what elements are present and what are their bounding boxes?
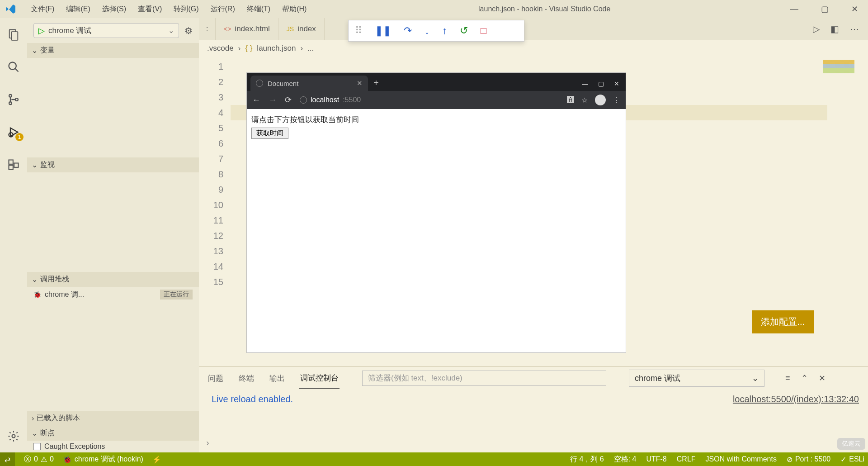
- maximize-icon[interactable]: ▢: [598, 80, 604, 87]
- section-header-callstack[interactable]: ⌄调用堆栈: [27, 272, 199, 287]
- more-icon[interactable]: ⋯: [850, 24, 859, 34]
- tab-terminal[interactable]: 终端: [238, 369, 255, 388]
- star-icon[interactable]: ☆: [581, 96, 588, 105]
- debug-console-body[interactable]: Live reload enabled. localhost:5500/(ind…: [199, 390, 868, 452]
- restart-icon[interactable]: ↺: [460, 25, 468, 37]
- filter-input[interactable]: [362, 371, 606, 386]
- menu-view[interactable]: 查看(V): [132, 3, 167, 16]
- search-icon[interactable]: [6, 60, 21, 74]
- sb-lightning[interactable]: ⚡: [152, 455, 161, 464]
- close-icon[interactable]: ✕: [847, 4, 863, 14]
- tab-hidden[interactable]: :: [199, 18, 216, 40]
- step-over-icon[interactable]: ↷: [404, 25, 412, 37]
- drag-handle-icon[interactable]: ⠿: [355, 25, 362, 37]
- address-bar[interactable]: localhost:5500: [300, 96, 559, 104]
- split-editor-icon[interactable]: ◧: [830, 24, 839, 34]
- start-debug-icon[interactable]: ▷: [38, 26, 45, 36]
- menu-icon[interactable]: ⋮: [613, 96, 620, 105]
- sb-errors[interactable]: ⓧ0⚠0: [24, 455, 54, 464]
- line-number: 6: [199, 136, 223, 151]
- port-label: Port : 5500: [795, 455, 830, 463]
- chrome-tab[interactable]: Document ✕: [250, 76, 368, 91]
- gear-icon[interactable]: ⚙: [184, 25, 193, 36]
- menu-run[interactable]: 运行(R): [205, 3, 241, 16]
- tab-index-js[interactable]: JSindex: [278, 18, 325, 40]
- section-header-variables[interactable]: ⌄变量: [27, 43, 199, 58]
- menu-select[interactable]: 选择(S): [97, 3, 132, 16]
- debug-config-select[interactable]: ▷ chrome 调试 ⌄: [33, 23, 179, 38]
- minimize-icon[interactable]: —: [786, 4, 803, 14]
- sb-debug-target[interactable]: 🐞chrome 调试 (hookin): [63, 455, 143, 464]
- tab-debug-console[interactable]: 调试控制台: [299, 368, 340, 389]
- get-time-button[interactable]: 获取时间: [251, 128, 288, 139]
- pause-icon[interactable]: ❚❚: [375, 25, 391, 37]
- close-panel-icon[interactable]: ✕: [819, 373, 826, 383]
- minimap[interactable]: [823, 60, 854, 73]
- add-configuration-button[interactable]: 添加配置...: [752, 310, 814, 333]
- line-number: 3: [199, 90, 223, 105]
- session-select[interactable]: chrome 调试 ⌄: [629, 370, 764, 387]
- section-header-breakpoints[interactable]: ⌄断点: [27, 426, 199, 441]
- collapse-icon[interactable]: ⌃: [801, 373, 808, 383]
- sb-eslint[interactable]: ✓ESLi: [840, 455, 864, 464]
- back-icon[interactable]: ←: [252, 95, 260, 105]
- breadcrumb[interactable]: .vscode › { } launch.json › ...: [199, 40, 868, 57]
- breakpoints-body: Caught Exceptions: [27, 441, 199, 452]
- minimize-icon[interactable]: —: [582, 80, 588, 87]
- line-number: 8: [199, 166, 223, 182]
- chevron-down-icon[interactable]: ⌄: [168, 26, 174, 35]
- sb-port[interactable]: ⊘Port : 5500: [787, 455, 830, 464]
- remote-indicator[interactable]: ⇄: [0, 452, 15, 466]
- menu-help[interactable]: 帮助(H): [277, 3, 312, 16]
- site-info-icon[interactable]: [300, 96, 307, 104]
- close-icon[interactable]: ✕: [614, 80, 619, 87]
- chrome-window[interactable]: Document ✕ + — ▢ ✕ ← → ⟳ localhost:5500 …: [246, 72, 626, 353]
- source-control-icon[interactable]: [6, 92, 21, 107]
- error-icon: ⓧ: [24, 455, 31, 464]
- menu-edit[interactable]: 编辑(E): [61, 3, 95, 16]
- close-tab-icon[interactable]: ✕: [357, 79, 363, 87]
- section-header-loaded-scripts[interactable]: ›已载入的脚本: [27, 411, 199, 426]
- breadcrumb-folder[interactable]: .vscode: [207, 44, 234, 53]
- breadcrumb-rest[interactable]: ...: [307, 44, 314, 53]
- settings-gear-icon[interactable]: [6, 429, 21, 443]
- step-into-icon[interactable]: ↓: [425, 25, 429, 37]
- sb-indent[interactable]: 空格: 4: [614, 455, 637, 464]
- menu-file[interactable]: 文件(F): [25, 3, 60, 16]
- forward-icon[interactable]: →: [269, 95, 277, 105]
- reload-icon[interactable]: ⟳: [285, 95, 292, 105]
- maximize-icon[interactable]: ▢: [816, 4, 833, 14]
- bug-icon: 🐞: [63, 455, 72, 464]
- tab-label: index.html: [235, 24, 269, 33]
- profile-avatar-icon[interactable]: [595, 95, 606, 105]
- callstack-item-label: chrome 调...: [45, 290, 84, 300]
- sb-language[interactable]: JSON with Comments: [706, 455, 777, 463]
- translate-icon[interactable]: 🅰: [567, 96, 574, 104]
- extensions-icon[interactable]: [6, 157, 21, 172]
- new-tab-icon[interactable]: +: [373, 78, 379, 91]
- console-source[interactable]: localhost:5500/(index):13:32:40: [733, 394, 859, 404]
- breakpoint-item[interactable]: Caught Exceptions: [27, 441, 199, 452]
- tab-index-html[interactable]: <>index.html: [216, 18, 278, 40]
- menu-terminal[interactable]: 终端(T): [241, 3, 276, 16]
- callstack-item[interactable]: 🐞 chrome 调... 正在运行: [27, 287, 199, 302]
- explorer-icon[interactable]: [6, 27, 21, 42]
- checkbox[interactable]: [33, 443, 41, 450]
- line-number: 5: [199, 120, 223, 136]
- console-prompt-icon[interactable]: ›: [206, 437, 209, 448]
- tab-problems[interactable]: 问题: [207, 369, 224, 388]
- console-message: Live reload enabled.: [212, 394, 293, 404]
- step-out-icon[interactable]: ↑: [442, 25, 447, 37]
- sb-eol[interactable]: CRLF: [677, 455, 696, 463]
- clear-icon[interactable]: ≡: [785, 373, 790, 383]
- stop-icon[interactable]: □: [481, 25, 486, 37]
- tab-output[interactable]: 输出: [269, 369, 286, 388]
- sb-encoding[interactable]: UTF-8: [646, 455, 666, 463]
- run-debug-icon[interactable]: 1: [6, 125, 21, 139]
- breadcrumb-file[interactable]: launch.json: [257, 44, 296, 53]
- run-code-icon[interactable]: ▷: [813, 24, 820, 34]
- debug-toolbar[interactable]: ⠿ ❚❚ ↷ ↓ ↑ ↺ □: [348, 20, 524, 42]
- menu-goto[interactable]: 转到(G): [168, 3, 204, 16]
- section-header-watch[interactable]: ⌄监视: [27, 157, 199, 172]
- sb-cursor-position[interactable]: 行 4，列 6: [570, 455, 604, 464]
